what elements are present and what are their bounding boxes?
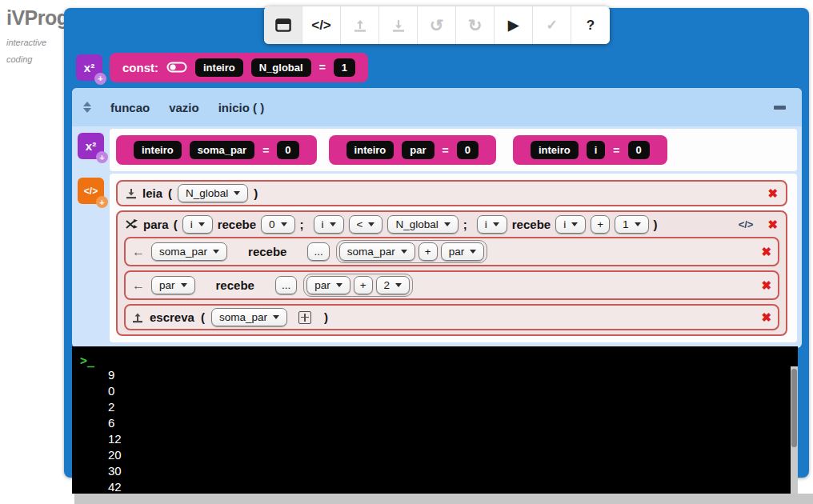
chevron-down-icon [401,250,407,254]
dropdown-value: 0 [269,218,275,230]
expr-right-dropdown[interactable]: 2 [376,276,411,294]
const-name-pill[interactable]: N_global [251,58,311,77]
dropdown-value: N_global [395,218,438,230]
add-expression-icon[interactable] [298,311,311,324]
para-step-left-dropdown[interactable]: i [555,215,586,234]
assign-arrow-icon: ← [132,279,145,292]
expr-left-dropdown[interactable]: soma_par [339,242,415,261]
para-cond-left-dropdown[interactable]: i [314,215,344,234]
expr-op-button[interactable]: + [354,276,373,294]
add-global-variable-button[interactable]: x² + [76,54,102,81]
assign-variable-dropdown[interactable]: par [151,276,195,294]
assignment-row-par: ← par recebe ... par + [124,270,779,300]
close-paren: ) [254,186,258,200]
chevron-down-icon [336,283,342,287]
const-toggle-icon[interactable] [166,61,187,74]
para-cond-op-dropdown[interactable]: < [349,215,383,234]
undo-button[interactable]: ↺ [418,6,456,44]
para-step-var-dropdown[interactable]: i [477,215,507,234]
para-step-op-button[interactable]: + [591,215,610,234]
visual-view-button[interactable] [264,6,302,44]
delete-command-button[interactable]: ✖ [761,279,771,291]
escreva-variable-dropdown[interactable]: soma_par [211,308,287,326]
var-type-pill[interactable]: inteiro [531,141,579,159]
check-icon: ✓ [546,17,557,34]
assessment-button[interactable]: ✓ [533,6,571,44]
delete-command-button[interactable]: ✖ [761,246,771,258]
dropdown-value: 1 [623,218,629,230]
expression-group: par + 2 [303,274,413,297]
expression-more-button[interactable]: ... [307,242,329,261]
upload-icon [353,19,367,32]
leia-variable-dropdown[interactable]: N_global [178,184,248,202]
para-step-right-dropdown[interactable]: 1 [615,215,649,234]
chevron-down-icon [281,222,287,226]
dropdown-value: soma_par [219,311,267,323]
source-code-button[interactable]: </> [302,6,341,44]
expression-more-button[interactable]: ... [275,276,297,294]
const-type-pill[interactable]: inteiro [195,58,243,77]
move-function-icon[interactable] [83,102,91,113]
para-cond-right-dropdown[interactable]: N_global [387,215,458,234]
question-icon: ? [587,18,595,34]
recebe-keyword: recebe [512,218,551,231]
run-button[interactable]: ▶ [495,6,533,44]
terminal-line: 2 [108,399,122,415]
para-loop-block: para ( i recebe 0 ; i [116,210,787,336]
var-value-pill[interactable]: 0 [628,141,650,159]
main-toolbar: </> ↺ ↻ ▶ ✓ ? [264,6,610,44]
delete-command-button[interactable]: ✖ [767,218,778,230]
dropdown-value: par [159,279,175,291]
assignment-row-soma-par: ← soma_par recebe ... soma_par [124,237,779,266]
add-command-button[interactable]: </> + [78,178,104,204]
expr-op-button[interactable]: + [419,242,438,261]
dropdown-value: par [449,246,465,258]
download-button[interactable] [379,6,418,44]
const-value-pill[interactable]: 1 [334,58,355,77]
terminal-vertical-scrollbar[interactable] [791,366,798,494]
delete-command-button[interactable]: ✖ [761,311,771,323]
terminal-line: 0 [108,383,122,399]
terminal-line: 9 [108,367,122,383]
para-code-icon[interactable]: </> [739,218,754,230]
upload-button[interactable] [341,6,379,44]
function-return-type[interactable]: vazio [169,101,199,114]
expr-right-dropdown[interactable]: par [441,242,485,261]
para-header-row: para ( i recebe 0 ; i [118,212,786,237]
var-type-pill[interactable]: inteiro [134,141,182,159]
recebe-keyword: recebe [216,278,254,292]
para-init-var-dropdown[interactable]: i [182,215,213,234]
dropdown-value: < [357,218,363,230]
para-init-value-dropdown[interactable]: 0 [261,215,295,234]
code-icon: </> [84,186,98,197]
output-terminal[interactable]: >_ 9 0 2 6 12 20 30 42 [72,346,798,494]
var-name-pill[interactable]: par [402,141,434,159]
chevron-down-icon [444,222,451,226]
var-name-pill[interactable]: soma_par [190,141,254,159]
chevron-down-icon [181,283,187,287]
var-type-pill[interactable]: inteiro [346,141,394,159]
var-value-pill[interactable]: 0 [277,141,298,159]
redo-button[interactable]: ↻ [456,6,495,44]
delete-command-button[interactable]: ✖ [767,187,778,199]
assign-variable-dropdown[interactable]: soma_par [151,242,227,261]
chevron-down-icon [571,222,578,226]
read-icon [126,188,137,199]
collapse-function-button[interactable] [770,98,789,117]
function-name[interactable]: inicio ( ) [218,101,265,114]
expr-left-dropdown[interactable]: par [306,276,350,294]
help-button[interactable]: ? [571,6,610,44]
variable-declaration: inteiro soma_par = 0 [116,135,317,165]
var-value-pill[interactable]: 0 [457,141,479,159]
var-equals: = [613,144,619,157]
leia-command-row: leia ( N_global ) ✖ [116,180,787,206]
chevron-down-icon [493,222,499,226]
function-params-label: ( ) [253,101,264,114]
chevron-down-icon [395,283,402,287]
terminal-output: 9 0 2 6 12 20 30 42 [108,367,122,495]
scrollbar-thumb[interactable] [791,369,797,447]
dropdown-value: i [190,218,193,230]
horizontal-scrollbar[interactable] [74,494,813,504]
var-name-pill[interactable]: i [587,141,606,159]
add-local-variable-button[interactable]: x² + [78,133,104,159]
